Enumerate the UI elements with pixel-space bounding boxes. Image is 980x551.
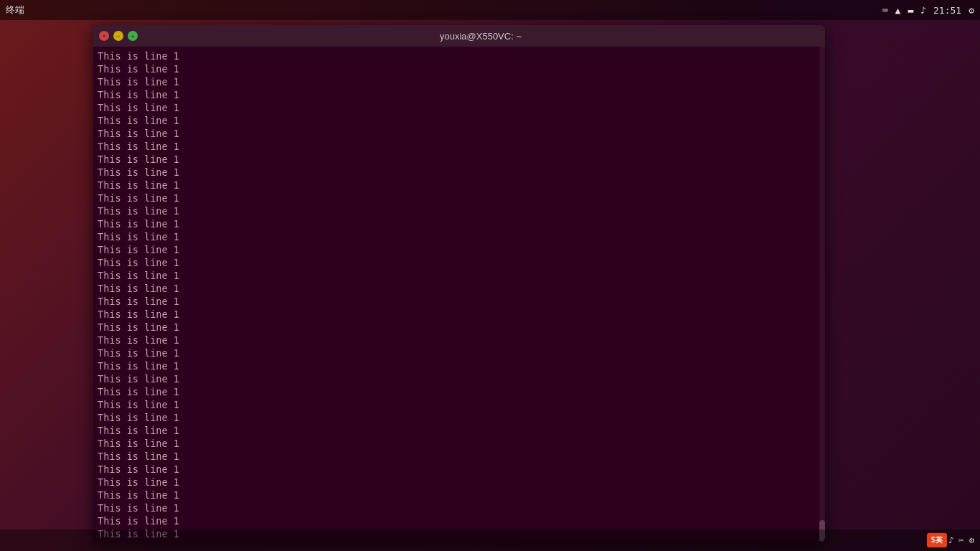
terminal-line: This is line 1 (98, 514, 821, 527)
terminal-line: This is line 1 (98, 101, 821, 114)
terminal-line: This is line 1 (98, 347, 821, 359)
minimize-button[interactable]: − (113, 31, 123, 41)
terminal-line: This is line 1 (98, 295, 821, 308)
terminal-line: This is line 1 (98, 450, 821, 463)
sogou-icon: S英 (927, 533, 947, 547)
terminal-content[interactable]: This is line 1This is line 1This is line… (93, 47, 825, 542)
terminal-line: This is line 1 (98, 114, 821, 127)
system-bar: 终端 ⌨ ▲ ▬ ♪ 21:51 ⚙ (0, 0, 980, 20)
terminal-line: This is line 1 (98, 489, 821, 501)
terminal-line: This is line 1 (98, 166, 821, 179)
terminal-line: This is line 1 (98, 411, 821, 424)
terminal-line: This is line 1 (98, 192, 821, 204)
close-button[interactable]: × (99, 31, 109, 41)
scrollbar[interactable] (819, 47, 825, 542)
terminal-line: This is line 1 (98, 463, 821, 476)
settings-icon[interactable]: ⚙ (969, 5, 974, 16)
terminal-line: This is line 1 (98, 75, 821, 88)
terminal-line: This is line 1 (98, 334, 821, 347)
sogou-input[interactable]: S英 ♪ ✂ ⚙ (927, 533, 974, 547)
system-bar-right: ⌨ ▲ ▬ ♪ 21:51 ⚙ (882, 5, 974, 16)
terminal-line: This is line 1 (98, 501, 821, 514)
terminal-line: This is line 1 (98, 230, 821, 243)
maximize-button[interactable]: + (128, 31, 138, 41)
terminal-line: This is line 1 (98, 282, 821, 295)
window-title: youxia@X550VC: ~ (142, 31, 819, 42)
terminal-line: This is line 1 (98, 476, 821, 489)
terminal-line: This is line 1 (98, 385, 821, 398)
terminal-line: This is line 1 (98, 217, 821, 230)
terminal-line: This is line 1 (98, 243, 821, 256)
battery-icon[interactable]: ▬ (908, 5, 913, 16)
terminal-line: This is line 1 (98, 437, 821, 450)
title-bar: × − + youxia@X550VC: ~ (93, 25, 825, 47)
terminal-line: This is line 1 (98, 424, 821, 437)
input-icons: ♪ ✂ ⚙ (948, 535, 974, 545)
terminal-line: This is line 1 (98, 127, 821, 140)
terminal-line: This is line 1 (98, 398, 821, 411)
clock: 21:51 (933, 5, 961, 16)
keyboard-icon[interactable]: ⌨ (882, 5, 888, 16)
taskbar: S英 ♪ ✂ ⚙ (0, 529, 980, 551)
volume-icon[interactable]: ♪ (920, 5, 926, 16)
terminal-window: × − + youxia@X550VC: ~ This is line 1Thi… (93, 25, 825, 542)
terminal-line: This is line 1 (98, 50, 821, 62)
terminal-line: This is line 1 (98, 372, 821, 385)
terminal-line: This is line 1 (98, 88, 821, 101)
wifi-icon[interactable]: ▲ (895, 5, 901, 16)
terminal-line: This is line 1 (98, 321, 821, 334)
terminal-output: This is line 1This is line 1This is line… (98, 50, 821, 539)
terminal-line: This is line 1 (98, 256, 821, 269)
terminal-line: This is line 1 (98, 62, 821, 75)
terminal-line: This is line 1 (98, 204, 821, 217)
terminal-line: This is line 1 (98, 140, 821, 153)
terminal-line: This is line 1 (98, 153, 821, 166)
app-label: 终端 (6, 4, 24, 17)
terminal-line: This is line 1 (98, 359, 821, 372)
terminal-line: This is line 1 (98, 179, 821, 192)
system-bar-left: 终端 (6, 4, 24, 17)
terminal-line: This is line 1 (98, 269, 821, 282)
terminal-line: This is line 1 (98, 308, 821, 321)
